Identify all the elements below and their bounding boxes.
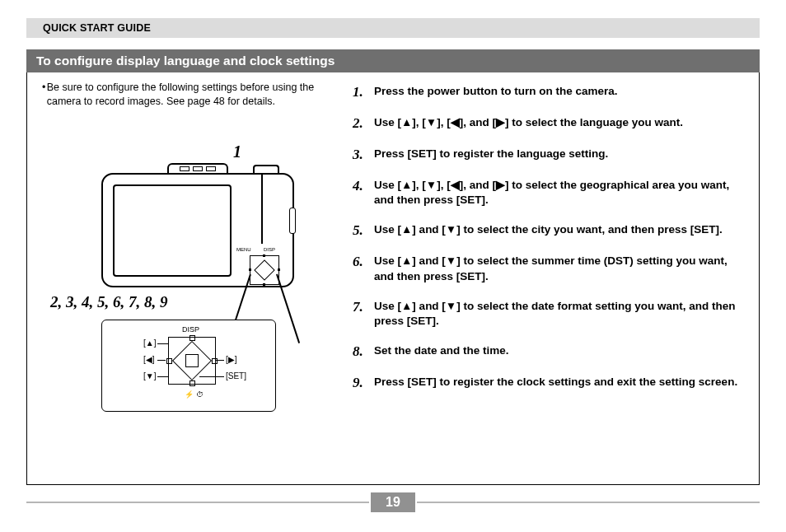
leader-line-1	[261, 173, 263, 244]
note-text: Be sure to configure the following setti…	[47, 81, 330, 109]
step-1: 1.Press the power button to turn on the …	[353, 84, 748, 100]
section-title-bar: To configure display language and clock …	[26, 49, 760, 72]
step-2: 2.Use [▲], [▼], [◀], and [▶] to select t…	[353, 115, 748, 132]
camera-side-control	[289, 208, 296, 234]
step-num: 6.	[353, 254, 374, 283]
step-text: Use [▲] and [▼] to select the city you w…	[374, 222, 723, 239]
detail-dpad	[168, 337, 216, 385]
step-num: 5.	[353, 222, 374, 239]
label-up: [▲]	[143, 338, 156, 348]
step-num: 9.	[353, 375, 374, 391]
footer-rule-right	[417, 502, 760, 503]
left-column: • Be sure to configure the following set…	[42, 81, 330, 109]
camera-illustration: 1 MENU DISP 2, 3, 4, 5, 6, 7, 8	[60, 142, 316, 311]
section-title: To configure display language and clock …	[36, 54, 335, 68]
camera-dpad	[250, 255, 279, 285]
step-num: 1.	[353, 84, 374, 100]
camera-top-buttons	[180, 166, 216, 171]
step-text: Use [▲], [▼], [◀], and [▶] to select the…	[374, 115, 683, 132]
callout-steps: 2, 3, 4, 5, 6, 7, 8, 9	[50, 293, 316, 311]
disp-label: DISP	[264, 247, 275, 252]
step-text: Press [SET] to register the language set…	[374, 147, 608, 163]
step-5: 5.Use [▲] and [▼] to select the city you…	[353, 222, 748, 239]
menu-label: MENU	[236, 247, 251, 252]
detail-bottom-icon: ⚡ ⏱	[185, 390, 204, 399]
step-num: 4.	[353, 178, 374, 208]
content-box: • Be sure to configure the following set…	[26, 72, 760, 485]
header-bar: QUICK START GUIDE	[26, 18, 760, 38]
step-8: 8.Set the date and the time.	[353, 343, 748, 360]
footer-rule-left	[26, 502, 369, 503]
manual-page: QUICK START GUIDE To configure display l…	[26, 18, 760, 512]
camera-shell: MENU DISP	[101, 173, 294, 287]
camera-body-drawing: MENU DISP	[101, 163, 291, 287]
callout-1: 1	[159, 142, 316, 161]
camera-screen	[113, 184, 232, 277]
header-text: QUICK START GUIDE	[43, 22, 151, 34]
label-left: [◀]	[143, 355, 155, 364]
page-footer: 19	[26, 492, 760, 512]
label-down: [▼]	[143, 371, 156, 380]
step-text: Use [▲] and [▼] to select the summer tim…	[374, 254, 748, 283]
step-text: Use [▲] and [▼] to select the date forma…	[374, 299, 748, 329]
step-7: 7.Use [▲] and [▼] to select the date for…	[353, 299, 748, 329]
step-num: 2.	[353, 115, 374, 132]
step-num: 7.	[353, 299, 374, 329]
step-text: Use [▲], [▼], [◀], and [▶] to select the…	[374, 178, 748, 208]
step-4: 4.Use [▲], [▼], [◀], and [▶] to select t…	[353, 178, 748, 208]
steps-list: 1.Press the power button to turn on the …	[353, 84, 748, 406]
dpad-detail-box: DISP ⚡ ⏱ [▲] [◀] [▼] [▶] [SET]	[101, 320, 276, 412]
note: • Be sure to configure the following set…	[42, 81, 330, 109]
step-text: Set the date and the time.	[374, 343, 509, 360]
step-num: 8.	[353, 343, 374, 360]
detail-disp-label: DISP	[182, 325, 199, 334]
step-9: 9.Press [SET] to register the clock sett…	[353, 375, 748, 391]
label-set: [SET]	[226, 371, 246, 380]
step-3: 3.Press [SET] to register the language s…	[353, 147, 748, 163]
page-number: 19	[371, 492, 415, 512]
label-right: [▶]	[226, 355, 237, 364]
step-num: 3.	[353, 147, 374, 163]
step-text: Press [SET] to register the clock settin…	[374, 375, 737, 391]
step-text: Press the power button to turn on the ca…	[374, 84, 618, 100]
step-6: 6.Use [▲] and [▼] to select the summer t…	[353, 254, 748, 283]
